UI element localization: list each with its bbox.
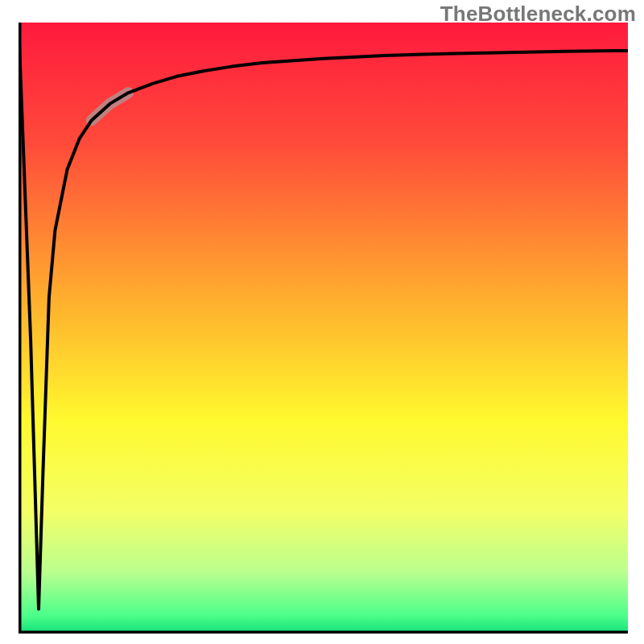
plot-frame (19, 23, 628, 634)
plot-svg (19, 23, 628, 634)
gradient-background (19, 23, 628, 634)
chart-stage: TheBottleneck.com (0, 0, 644, 644)
